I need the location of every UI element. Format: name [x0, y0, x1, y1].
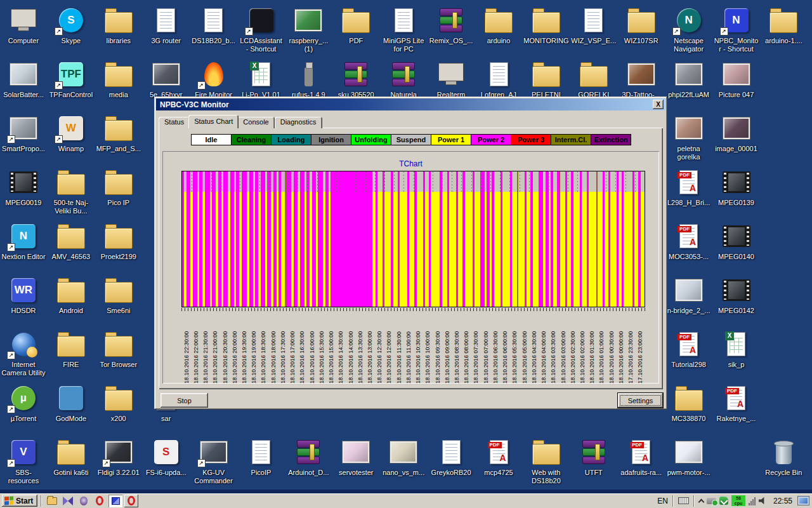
desktop-icon[interactable]: image_00001 [714, 113, 759, 153]
keyboard-icon[interactable] [678, 497, 689, 504]
desktop-icon[interactable]: PELETNI [523, 59, 569, 99]
desktop-icon[interactable]: WIZ_VSP_E... [571, 5, 617, 45]
desktop-icon[interactable]: n-bridge_2_... [666, 275, 712, 315]
desktop-icon[interactable]: Pico IP [96, 167, 141, 207]
desktop-icon[interactable]: AMV_46563 [48, 221, 94, 261]
desktop-icon[interactable]: Recycle Bin [761, 437, 806, 477]
desktop-icon[interactable]: media [96, 59, 141, 99]
desktop-icon[interactable]: 5e_65hxyr [143, 59, 189, 99]
desktop-icon[interactable]: N↗ Netscape Navigator [666, 5, 712, 53]
volume-icon[interactable] [759, 497, 768, 505]
desktop-icon[interactable]: libraries [96, 5, 141, 45]
desktop-icon[interactable]: V↗ SBS-resources [1, 437, 46, 485]
desktop-icon[interactable]: Android [48, 275, 94, 315]
tab-diagnostics[interactable]: Diagnostics [275, 117, 322, 128]
desktop-icon[interactable]: ↗ Internet Camera Utility [1, 329, 46, 377]
desktop-icon[interactable]: PDFA adafruits-ra... [619, 437, 664, 477]
desktop-icon[interactable]: 3G router [143, 5, 189, 45]
desktop-icon[interactable]: Lofgren_AJ [476, 59, 521, 99]
desktop-icon[interactable]: Sme6ni [96, 275, 141, 315]
desktop-icon[interactable]: ↗ SmartPropo... [1, 113, 46, 153]
desktop-icon[interactable]: MPEG0019 [1, 167, 46, 207]
desktop-icon[interactable]: FIRE [48, 329, 94, 369]
media-player-classic-icon[interactable] [61, 495, 75, 507]
desktop-icon[interactable]: MFP_and_S... [96, 113, 141, 153]
desktop-icon[interactable]: ↗ KG-UV Commander [191, 437, 237, 485]
usb-safely-remove-icon[interactable] [707, 498, 716, 504]
desktop-icon[interactable]: x200 [96, 383, 141, 423]
desktop-icon[interactable]: DS18B20_b... [191, 5, 237, 45]
desktop-icon[interactable]: MPEG0140 [714, 221, 759, 261]
desktop-icon[interactable]: MPEG0142 [714, 275, 759, 315]
language-indicator[interactable]: EN [657, 497, 668, 505]
desktop-icon[interactable]: N↗ NPBC_Monitor - Shortcut [714, 5, 759, 53]
desktop-icon[interactable]: MONITORING [523, 5, 569, 45]
desktop-icon[interactable]: PDFA mcp4725 [476, 437, 521, 477]
desktop-icon[interactable]: servotester [333, 437, 379, 477]
desktop-icon[interactable]: TPF↗ TPFanControl [48, 59, 94, 99]
desktop-icon[interactable]: PDFA Tutorial298 [666, 329, 712, 369]
task-button-npbc-monitor[interactable] [108, 495, 122, 507]
desktop-icon[interactable]: Remix_OS_... [428, 5, 474, 45]
desktop-icon[interactable]: raspberry_... (1) [285, 5, 331, 53]
desktop-icon[interactable]: 500-te Naj-Veliki Bu... [48, 167, 94, 215]
desktop-icon[interactable]: 3D-Tattoo-... [619, 59, 664, 99]
collapse-chevron-icon[interactable] [698, 498, 705, 505]
settings-button[interactable]: Settings [618, 393, 663, 408]
tab-status-chart[interactable]: Status Chart [188, 115, 239, 128]
tab-console[interactable]: Console [237, 117, 274, 128]
desktop-icon[interactable]: arduino [476, 5, 521, 45]
desktop-icon[interactable]: MPEG0139 [714, 167, 759, 207]
desktop-icon[interactable]: Web with DS18b20 [523, 437, 569, 485]
desktop-icon[interactable]: phpi22fLuAM [666, 59, 712, 99]
desktop-icon[interactable]: arduino-1.... [761, 5, 806, 45]
desktop-icon[interactable]: nano_vs_m... [381, 437, 426, 477]
desktop-icon[interactable]: Realterm [428, 59, 474, 99]
desktop-icon[interactable]: W↗ Winamp [48, 113, 94, 153]
desktop-icon[interactable]: PicoIP [239, 437, 284, 477]
speedfan-icon[interactable] [719, 497, 728, 505]
desktop-icon[interactable]: GodMode [48, 383, 94, 423]
desktop-icon[interactable]: PDFA Raketnye_... [714, 383, 759, 423]
desktop-icon[interactable]: X sik_p [714, 329, 759, 369]
desktop-icon[interactable]: MC338870 [666, 383, 712, 423]
desktop-icon[interactable]: pwm-motor-... [666, 437, 712, 477]
desktop-icon[interactable]: GreykoRB20 [428, 437, 474, 477]
tab-status[interactable]: Status [159, 117, 190, 128]
desktop-icon[interactable]: ↗ Fire Monitor [191, 59, 237, 99]
desktop-icon[interactable]: WR HDSDR [1, 275, 46, 315]
opera-icon[interactable] [93, 495, 107, 507]
start-button[interactable]: Start [2, 495, 37, 507]
desktop-icon[interactable]: S FS-i6-upda... [143, 437, 189, 477]
cpu-temp-badge[interactable]: 58cpu [731, 495, 745, 506]
desktop-icon[interactable]: PDF [333, 5, 379, 45]
desktop-icon[interactable]: S↗ Skype [48, 5, 94, 45]
desktop-icon[interactable]: N↗ Nextion Editor [1, 221, 46, 261]
desktop-icon[interactable]: Tor Browser [96, 329, 141, 369]
task-button-opera[interactable] [124, 495, 138, 507]
tor-browser-icon[interactable] [77, 495, 91, 507]
desktop-icon[interactable]: Proekt2199 [96, 221, 141, 261]
desktop-icon[interactable]: peletna gorelka [666, 113, 712, 161]
desktop-icon[interactable]: ↗ LCDAssistant - Shortcut [239, 5, 284, 53]
desktop-icon[interactable]: ↗ Fldigi 3.22.01 [96, 437, 141, 477]
signal-strength-icon[interactable] [749, 497, 756, 505]
window-titlebar[interactable]: NPBC-V3C Monitor X [156, 98, 665, 110]
desktop-icon[interactable]: X Li-Po_V1.01 [239, 59, 284, 99]
close-icon[interactable]: X [653, 100, 664, 109]
desktop-icon[interactable]: UTFT [571, 437, 617, 477]
desktop-icon[interactable]: Computer [1, 5, 46, 45]
desktop-icon[interactable]: GORELKI [571, 59, 617, 99]
desktop-icon[interactable]: MiniGPS Lite for PC [381, 5, 426, 53]
stop-button[interactable]: Stop [160, 393, 208, 408]
desktop-icon[interactable]: µ↗ µTorrent [1, 383, 46, 423]
desktop-icon[interactable]: PDFA L298_H_Bri... [666, 167, 712, 207]
desktop-icon[interactable]: Picture 047 [714, 59, 759, 99]
desktop-icon[interactable]: Gotini ka6ti [48, 437, 94, 477]
desktop-icon[interactable]: Arduinot_D... [285, 437, 331, 477]
show-desktop-folder-icon[interactable] [45, 495, 59, 507]
display-icon[interactable] [798, 497, 809, 505]
desktop-icon[interactable]: SolarBatter... [1, 59, 46, 99]
desktop-icon[interactable]: rufus-1.4.9 [285, 59, 331, 99]
desktop-icon[interactable]: WIZ107SR [619, 5, 664, 45]
